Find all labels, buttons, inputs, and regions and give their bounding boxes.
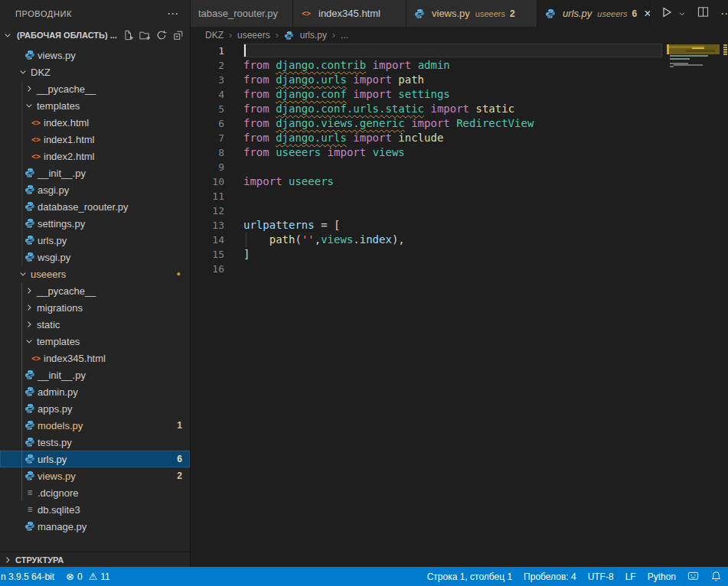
tree-file-__init__.py[interactable]: __init__.py: [0, 366, 190, 383]
new-file-icon[interactable]: [122, 30, 133, 41]
tree-file-db.sqlite3[interactable]: ≡db.sqlite3: [0, 501, 190, 518]
run-dropdown-chevron-icon[interactable]: [678, 7, 686, 21]
code-line-12[interactable]: 12: [191, 203, 728, 218]
editor-actions: ⋯: [651, 0, 728, 27]
code-line-3[interactable]: 3from django.urls import path: [191, 73, 728, 87]
tree-folder-__pycache__[interactable]: __pycache__: [0, 282, 190, 299]
workspace-section-header[interactable]: (РАБОЧАЯ ОБЛАСТЬ) ...: [0, 27, 190, 44]
tab-views.py[interactable]: views.pyuseeers2: [406, 0, 537, 27]
breadcrumb-root[interactable]: DKZ: [205, 30, 224, 41]
more-actions-icon[interactable]: ⋯: [720, 7, 728, 21]
line-number: 1: [191, 44, 224, 58]
code-token: include: [398, 131, 443, 145]
code-line-10[interactable]: 10import useeers: [191, 174, 728, 189]
tree-file-index345.html[interactable]: <>index345.html: [0, 350, 190, 366]
tree-file-settings.py[interactable]: settings.py: [0, 215, 190, 232]
code-line-15[interactable]: 15]: [191, 247, 728, 262]
feedback-icon[interactable]: [687, 571, 699, 582]
tree-folder-templates[interactable]: templates: [0, 97, 190, 114]
tree-file-urls.py[interactable]: urls.py: [0, 232, 190, 249]
breadcrumb-symbol[interactable]: ...: [341, 30, 348, 41]
breadcrumb-file[interactable]: urls.py: [300, 30, 327, 41]
code-line-7[interactable]: 7from django.urls import include: [191, 131, 728, 145]
code-editor[interactable]: 12from django.contrib import admin3from …: [191, 44, 728, 276]
tree-folder-migrations[interactable]: migrations: [0, 299, 190, 316]
code-line-6[interactable]: 6from django.views.generic import Redire…: [191, 116, 728, 131]
html-icon: <>: [301, 8, 312, 19]
code-token: from: [243, 73, 269, 87]
code-token: import: [353, 87, 392, 102]
tree-item-label: index.html: [44, 117, 89, 129]
tree-file-manage.py[interactable]: manage.py: [0, 518, 190, 535]
language-mode-indicator[interactable]: Python: [648, 571, 676, 582]
tree-file-asgi.py[interactable]: asgi.py: [0, 181, 190, 198]
code-line-4[interactable]: 4from django.conf import settings: [191, 87, 728, 102]
code-line-16[interactable]: 16: [191, 262, 728, 276]
tree-file-__init__.py[interactable]: __init__.py: [0, 164, 190, 181]
code-line-14[interactable]: 14 path('',views.index),: [191, 233, 728, 247]
tree-file-views.py[interactable]: views.py2: [0, 467, 190, 484]
tree-file-tests.py[interactable]: tests.py: [0, 434, 190, 451]
tree-item-label: DKZ: [31, 67, 51, 78]
tree-folder-static[interactable]: static: [0, 316, 190, 333]
tree-file-urls.py[interactable]: urls.py6: [0, 451, 190, 467]
outline-section-header[interactable]: СТРУКТУРА: [0, 552, 190, 567]
code-token: [269, 116, 276, 131]
refresh-icon[interactable]: [156, 30, 167, 41]
code-token: [269, 73, 276, 87]
tab-tabase_roouter.py[interactable]: tabase_roouter.py: [191, 0, 293, 27]
code-token: django.conf: [276, 87, 347, 102]
tree-file-.dcignore[interactable]: ≡.dcignore: [0, 484, 190, 501]
python-version-indicator[interactable]: n 3.9.5 64-bit: [1, 571, 54, 582]
tree-file-index2.html[interactable]: <>index2.html: [0, 148, 190, 164]
error-circle-icon: ⊗: [66, 571, 74, 582]
editor-group: tabase_roouter.py<>index345.htmlviews.py…: [191, 0, 728, 567]
code-token: from: [243, 58, 269, 73]
cursor-position-indicator[interactable]: Строка 1, столбец 1: [427, 571, 512, 582]
eol-indicator[interactable]: LF: [625, 571, 636, 582]
tree-file-admin.py[interactable]: admin.py: [0, 383, 190, 400]
tree-file-database_roouter.py[interactable]: database_roouter.py: [0, 198, 190, 215]
breadcrumb-folder[interactable]: useeers: [237, 30, 270, 41]
tab-index345.html[interactable]: <>index345.html: [293, 0, 406, 27]
tree-file-index1.html[interactable]: <>index1.html: [0, 131, 190, 148]
encoding-indicator[interactable]: UTF-8: [588, 571, 614, 582]
new-folder-icon[interactable]: [139, 30, 150, 41]
tree-folder-DKZ[interactable]: DKZ: [0, 63, 190, 80]
tab-urls.py[interactable]: urls.pyuseeers6×: [537, 0, 651, 27]
overview-ruler[interactable]: [722, 44, 728, 567]
tree-file-wsgi.py[interactable]: wsgi.py: [0, 249, 190, 265]
close-tab-icon[interactable]: ×: [644, 8, 651, 20]
tree-file-index.html[interactable]: <>index.html: [0, 114, 190, 131]
notifications-bell-icon[interactable]: [710, 571, 722, 582]
code-token: django.urls: [276, 73, 347, 87]
line-number: 5: [191, 102, 224, 116]
code-token: = [: [315, 218, 341, 233]
tree-file-models.py[interactable]: models.py1: [0, 417, 190, 434]
explorer-more-actions-icon[interactable]: ⋯: [167, 7, 179, 21]
tree-folder-__pycache__[interactable]: __pycache__: [0, 80, 190, 97]
split-editor-icon[interactable]: [697, 6, 709, 21]
tree-file-apps.py[interactable]: apps.py: [0, 400, 190, 417]
code-line-9[interactable]: 9: [191, 160, 728, 174]
problems-count-badge: 1: [177, 420, 182, 431]
code-line-2[interactable]: 2from django.contrib import admin: [191, 58, 728, 73]
tab-problems-badge: 6: [632, 8, 637, 19]
code-token: [269, 58, 276, 73]
tree-file-views.py[interactable]: views.py: [0, 47, 190, 63]
line-number: 13: [191, 218, 224, 233]
collapse-folders-icon[interactable]: [173, 30, 184, 41]
tree-folder-useeers[interactable]: useeers●: [0, 265, 190, 282]
problems-indicator[interactable]: ⊗ 0 ⚠ 11: [66, 571, 110, 582]
code-token: import: [411, 116, 450, 131]
code-line-5[interactable]: 5from django.conf.urls.static import sta…: [191, 102, 728, 116]
code-line-1[interactable]: 1: [191, 44, 728, 58]
run-button-icon[interactable]: [661, 6, 673, 21]
minimap[interactable]: [667, 44, 722, 143]
code-line-13[interactable]: 13urlpatterns = [: [191, 218, 728, 233]
indentation-indicator[interactable]: Пробелов: 4: [524, 571, 576, 582]
tree-folder-templates[interactable]: templates: [0, 333, 190, 350]
code-token: [469, 102, 475, 116]
code-line-8[interactable]: 8from useeers import views: [191, 145, 728, 160]
code-line-11[interactable]: 11: [191, 189, 728, 203]
